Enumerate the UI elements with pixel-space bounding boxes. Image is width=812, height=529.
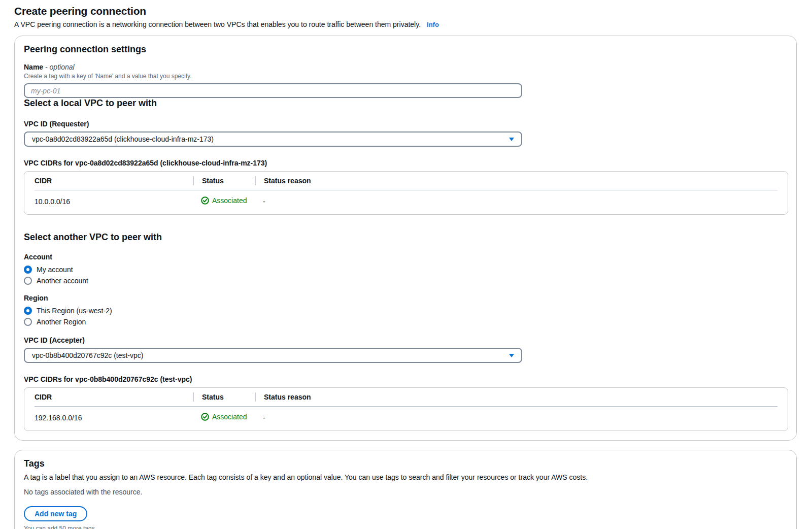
cidr-cell: 192.168.0.0/16 [35,414,193,422]
another-vpc-heading: Select another VPC to peer with [24,232,787,243]
status-cell: Associated [193,413,255,422]
local-vpc-heading: Select a local VPC to peer with [24,98,787,109]
tags-description: A tag is a label that you assign to an A… [24,473,787,481]
accepter-vpc-value: vpc-0b8b400d20767c92c (test-vpc) [32,351,143,359]
accepter-vpc-select[interactable]: vpc-0b8b400d20767c92c (test-vpc) [24,348,522,363]
requester-cidrs-title: VPC CIDRs for vpc-0a8d02cd83922a65d (cli… [24,159,787,167]
status-success-icon [201,196,209,205]
requester-vpc-label: VPC ID (Requester) [24,120,787,128]
radio-selected-icon [24,266,32,274]
requester-vpc-select[interactable]: vpc-0a8d02cd83922a65d (clickhouse-cloud-… [24,131,522,147]
column-header-status-reason: Status reason [255,388,777,406]
radio-another-account-label: Another account [37,277,88,285]
column-header-cidr: CIDR [35,172,193,189]
info-link[interactable]: Info [427,21,439,28]
status-reason-cell: - [255,414,777,422]
requester-cidr-table: CIDR Status Status reason 10.0.0.0/16 As… [24,171,788,215]
radio-unselected-icon [24,277,32,285]
table-row: 192.168.0.0/16 Associated - [35,407,777,431]
create-peering-connection-page: Create peering connection A VPC peering … [0,0,812,529]
chevron-down-icon [509,138,514,141]
radio-another-account[interactable]: Another account [24,277,787,285]
name-input[interactable] [24,83,522,98]
add-new-tag-button[interactable]: Add new tag [24,506,87,521]
radio-my-account[interactable]: My account [24,266,787,274]
radio-this-region[interactable]: This Region (us-west-2) [24,307,787,315]
page-title: Create peering connection [14,5,797,17]
name-label-text: Name [24,63,43,71]
radio-this-region-label: This Region (us-west-2) [37,307,112,315]
status-text: Associated [212,413,247,421]
peering-connection-settings-card: Peering connection settings Name - optio… [14,36,797,441]
account-label: Account [24,253,787,261]
region-label: Region [24,294,787,302]
table-header: CIDR Status Status reason [35,172,777,190]
chevron-down-icon [509,354,514,357]
tags-heading: Tags [24,458,787,469]
radio-another-region[interactable]: Another Region [24,318,787,326]
cidr-cell: 10.0.0.0/16 [35,197,193,206]
page-description-row: A VPC peering connection is a networking… [14,20,797,28]
radio-selected-icon [24,307,32,315]
column-header-status-reason: Status reason [255,172,777,190]
accepter-cidr-table: CIDR Status Status reason 192.168.0.0/16… [24,387,788,431]
radio-unselected-icon [24,318,32,326]
settings-heading: Peering connection settings [24,44,787,55]
column-header-cidr: CIDR [35,388,193,406]
status-reason-cell: - [255,197,777,206]
name-optional-text: - optional [45,63,75,71]
tags-card: Tags A tag is a label that you assign to… [14,450,797,529]
status-success-icon [201,413,209,421]
status-cell: Associated [193,196,255,206]
accepter-cidrs-title: VPC CIDRs for vpc-0b8b400d20767c92c (tes… [24,375,787,383]
page-description: A VPC peering connection is a networking… [14,20,421,28]
radio-my-account-label: My account [37,266,73,274]
tags-remaining-text: You can add 50 more tags. [24,525,787,529]
tags-empty-text: No tags associated with the resource. [24,488,787,496]
table-header: CIDR Status Status reason [35,388,777,407]
status-text: Associated [212,196,247,205]
name-label: Name - optional [24,63,787,71]
table-row: 10.0.0.0/16 Associated - [35,190,777,214]
radio-another-region-label: Another Region [37,318,86,326]
name-hint: Create a tag with a key of 'Name' and a … [24,73,787,80]
accepter-vpc-label: VPC ID (Accepter) [24,336,787,344]
column-header-status: Status [193,388,255,406]
requester-vpc-value: vpc-0a8d02cd83922a65d (clickhouse-cloud-… [32,135,214,143]
column-header-status: Status [193,172,255,190]
